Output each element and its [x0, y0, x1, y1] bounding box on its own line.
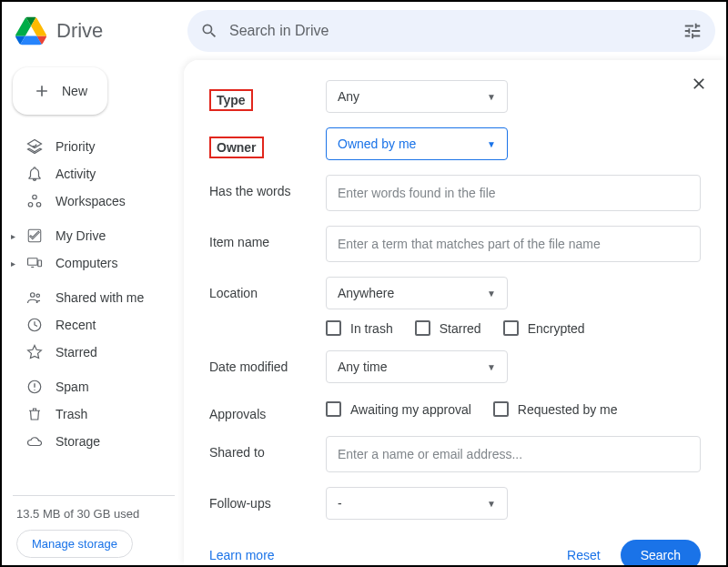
sidebar-item-label: Shared with me — [56, 290, 144, 305]
sidebar-item-starred[interactable]: Starred — [13, 339, 184, 366]
approvals-label: Approvals — [209, 398, 326, 421]
manage-storage-button[interactable]: Manage storage — [16, 530, 133, 558]
new-button-label: New — [62, 84, 87, 98]
checkbox-icon — [326, 401, 341, 417]
type-value: Any — [338, 89, 359, 104]
workspaces-icon — [25, 193, 44, 209]
sidebar-item-label: Activity — [56, 167, 96, 181]
trash-icon — [25, 406, 44, 422]
encrypted-checkbox[interactable]: Encrypted — [503, 320, 585, 336]
svg-point-5 — [31, 293, 35, 298]
checkbox-icon — [415, 320, 430, 336]
sidebar-item-storage[interactable]: Storage — [13, 428, 184, 455]
sidebar-item-shared[interactable]: Shared with me — [13, 284, 184, 311]
sidebar-item-computers[interactable]: ▸ Computers — [13, 249, 184, 277]
chevron-right-icon: ▸ — [11, 258, 15, 268]
checkbox-icon — [326, 320, 341, 336]
learn-more-link[interactable]: Learn more — [209, 548, 275, 562]
chevron-down-icon: ▼ — [487, 92, 496, 102]
type-select[interactable]: Any ▼ — [326, 80, 508, 113]
item-name-label: Item name — [209, 226, 326, 249]
svg-point-6 — [36, 294, 39, 297]
chevron-down-icon: ▼ — [487, 499, 496, 509]
tune-icon[interactable] — [682, 21, 703, 41]
svg-rect-4 — [38, 260, 42, 267]
sidebar-item-label: Trash — [56, 407, 87, 421]
location-value: Anywhere — [338, 286, 394, 300]
owner-select[interactable]: Owned by me ▼ — [326, 127, 508, 160]
followups-select[interactable]: - ▼ — [326, 487, 508, 520]
star-icon — [25, 344, 44, 360]
date-modified-select[interactable]: Any time ▼ — [326, 350, 508, 383]
owner-label: Owner — [209, 137, 264, 158]
shared-to-label: Shared to — [209, 436, 326, 460]
checkbox-icon — [493, 401, 509, 417]
sidebar-item-my-drive[interactable]: ▸ My Drive — [13, 222, 184, 249]
has-words-label: Has the words — [209, 175, 326, 198]
bell-icon — [25, 166, 44, 182]
sidebar: New Priority Activity Workspaces ▸ — [2, 60, 184, 565]
svg-point-1 — [28, 203, 33, 208]
search-button[interactable]: Search — [621, 540, 701, 565]
item-name-input[interactable] — [326, 226, 701, 262]
storage-text: 13.5 MB of 30 GB used — [16, 507, 164, 521]
spam-icon — [25, 379, 44, 395]
sidebar-item-label: Recent — [56, 318, 96, 332]
chevron-right-icon: ▸ — [11, 231, 15, 241]
sidebar-item-trash[interactable]: Trash — [13, 400, 184, 428]
search-icon — [200, 22, 218, 40]
location-select[interactable]: Anywhere ▼ — [326, 277, 508, 309]
sidebar-item-activity[interactable]: Activity — [13, 160, 184, 187]
storage-info: 13.5 MB of 30 GB used Manage storage — [13, 495, 175, 558]
reset-button[interactable]: Reset — [567, 548, 601, 562]
sidebar-item-label: Workspaces — [56, 194, 126, 208]
sidebar-item-label: Starred — [56, 345, 97, 359]
chevron-down-icon: ▼ — [487, 362, 496, 372]
devices-icon — [25, 255, 44, 271]
followups-label: Follow-ups — [209, 487, 326, 511]
sidebar-item-label: Spam — [56, 380, 89, 394]
followups-value: - — [338, 496, 342, 511]
drive-logo-icon — [13, 13, 49, 49]
date-modified-value: Any time — [338, 359, 387, 374]
sidebar-item-recent[interactable]: Recent — [13, 311, 184, 339]
close-button[interactable] — [690, 75, 708, 96]
sidebar-item-label: My Drive — [56, 228, 106, 243]
location-label: Location — [209, 277, 326, 300]
svg-point-2 — [36, 203, 41, 208]
new-button[interactable]: New — [13, 67, 107, 115]
advanced-search-panel: Type Any ▼ Owner Owned by me ▼ — [184, 60, 726, 565]
priority-icon — [25, 138, 44, 155]
sidebar-item-label: Storage — [56, 434, 100, 449]
sidebar-item-label: Computers — [56, 256, 117, 270]
sidebar-item-label: Priority — [56, 139, 96, 154]
svg-point-0 — [33, 195, 37, 199]
header: Drive — [2, 2, 726, 60]
clock-icon — [25, 317, 44, 333]
svg-rect-3 — [28, 258, 38, 266]
app-name: Drive — [56, 19, 103, 43]
checkbox-icon — [503, 320, 519, 336]
has-words-input[interactable] — [326, 175, 701, 211]
owner-value: Owned by me — [338, 137, 416, 151]
in-trash-checkbox[interactable]: In trash — [326, 320, 393, 336]
starred-checkbox[interactable]: Starred — [415, 320, 481, 336]
plus-icon — [33, 82, 51, 100]
awaiting-approval-checkbox[interactable]: Awaiting my approval — [326, 401, 471, 417]
chevron-down-icon: ▼ — [487, 139, 496, 149]
logo-area: Drive — [13, 13, 177, 49]
sidebar-item-workspaces[interactable]: Workspaces — [13, 187, 184, 215]
search-input[interactable] — [229, 23, 672, 39]
sidebar-item-spam[interactable]: Spam — [13, 373, 184, 400]
people-icon — [25, 289, 44, 306]
type-label: Type — [209, 89, 253, 111]
date-modified-label: Date modified — [209, 350, 326, 374]
cloud-icon — [25, 433, 44, 450]
chevron-down-icon: ▼ — [487, 289, 496, 299]
sidebar-item-priority[interactable]: Priority — [13, 133, 184, 160]
shared-to-input[interactable] — [326, 436, 701, 472]
drive-icon — [25, 228, 44, 244]
requested-by-me-checkbox[interactable]: Requested by me — [493, 401, 618, 417]
search-bar[interactable] — [187, 10, 715, 52]
